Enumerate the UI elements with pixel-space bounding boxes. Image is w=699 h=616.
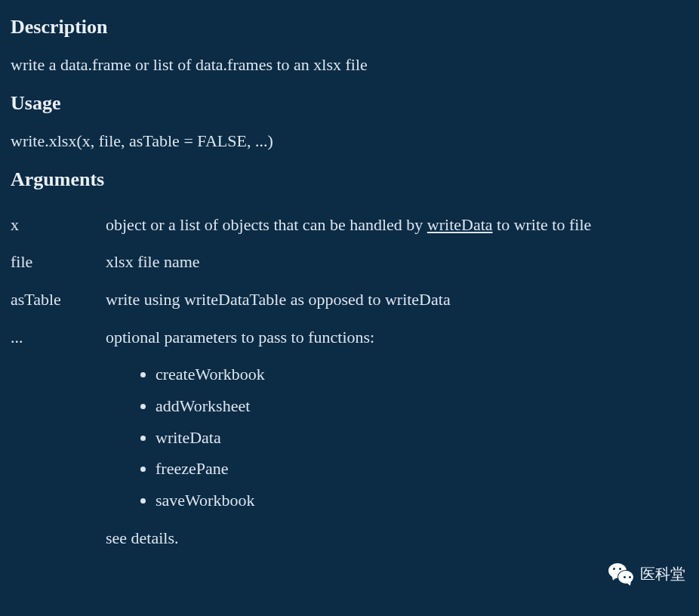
list-item: saveWorkbook <box>156 485 684 516</box>
arg-row-file: file xlsx file name <box>11 243 688 281</box>
arg-row-asTable: asTable write using writeDataTable as op… <box>11 281 688 319</box>
arg-name: asTable <box>11 281 106 319</box>
arg-name: ... <box>11 319 106 557</box>
arg-desc: xlsx file name <box>106 243 688 281</box>
watermark-label: 医科堂 <box>640 564 685 584</box>
list-item: writeData <box>156 422 684 454</box>
arguments-table: x object or a list of objects that can b… <box>11 206 688 557</box>
list-item: addWorksheet <box>156 390 684 422</box>
description-heading: Description <box>11 14 688 40</box>
arg-desc-pre: object or a list of objects that can be … <box>106 215 427 234</box>
arg-desc: object or a list of objects that can be … <box>106 206 688 244</box>
description-text: write a data.frame or list of data.frame… <box>11 54 688 76</box>
arg-name: file <box>11 243 106 281</box>
usage-text: write.xlsx(x, file, asTable = FALSE, ...… <box>11 130 688 152</box>
arg-row-dots: ... optional parameters to pass to funct… <box>11 319 688 557</box>
arg-dots-desc-pre: optional parameters to pass to functions… <box>106 326 684 349</box>
list-item: freezePane <box>156 453 684 485</box>
arg-desc-post: to write to file <box>493 215 592 234</box>
usage-heading: Usage <box>11 90 688 116</box>
wechat-icon <box>608 563 634 584</box>
writeData-link[interactable]: writeData <box>427 215 493 234</box>
arg-row-x: x object or a list of objects that can b… <box>11 206 688 244</box>
functions-list: createWorkbook addWorksheet writeData fr… <box>140 359 684 516</box>
doc-page: Description write a data.frame or list o… <box>0 0 699 572</box>
arg-desc: optional parameters to pass to functions… <box>106 319 688 557</box>
watermark: 医科堂 <box>608 563 685 584</box>
list-item: createWorkbook <box>156 359 684 390</box>
arg-dots-desc-post: see details. <box>106 527 684 550</box>
arg-desc: write using writeDataTable as opposed to… <box>106 281 688 319</box>
arguments-heading: Arguments <box>11 166 688 192</box>
arg-name: x <box>11 206 106 244</box>
